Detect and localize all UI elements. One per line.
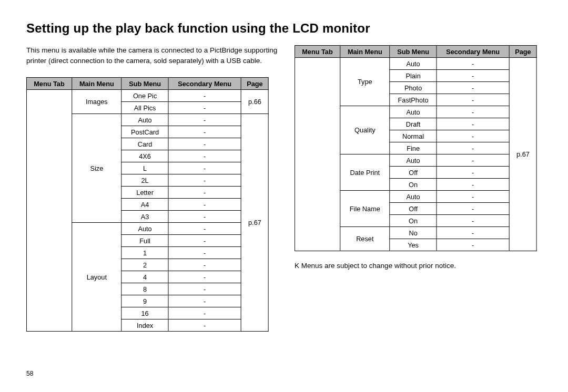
table-row: Type Auto - p.67: [295, 58, 536, 70]
secondary-cell: -: [437, 82, 509, 94]
secondary-cell: -: [437, 215, 509, 227]
sub-menu-cell: 4: [121, 271, 168, 283]
sub-menu-cell: A4: [121, 199, 168, 211]
secondary-cell: -: [168, 247, 241, 259]
sub-menu-cell: 9: [121, 295, 168, 307]
secondary-cell: -: [168, 150, 241, 162]
secondary-cell: -: [437, 191, 509, 203]
th-menu-tab: Menu Tab: [295, 46, 340, 58]
secondary-cell: -: [437, 118, 509, 130]
sub-menu-cell: Index: [121, 319, 168, 332]
main-menu-type: Type: [340, 58, 390, 106]
secondary-cell: -: [168, 319, 241, 332]
secondary-cell: -: [437, 106, 509, 118]
sub-menu-cell: Yes: [390, 239, 437, 251]
sub-menu-cell: Auto: [121, 223, 168, 235]
secondary-cell: -: [168, 162, 241, 174]
secondary-cell: -: [437, 70, 509, 82]
sub-menu-cell: Auto: [390, 106, 437, 118]
th-secondary-menu: Secondary Menu: [168, 78, 241, 90]
main-menu-layout: Layout: [72, 223, 121, 332]
th-main-menu: Main Menu: [72, 78, 121, 90]
page-number: 58: [26, 370, 33, 377]
menu-tab-cell: [295, 58, 340, 251]
sub-menu-cell: Draft: [390, 118, 437, 130]
sub-menu-cell: Full: [121, 235, 168, 247]
footnote-text: Menus are subject to change without prio…: [301, 262, 456, 270]
th-page: Page: [241, 78, 268, 90]
th-page: Page: [509, 46, 536, 58]
secondary-cell: -: [437, 227, 509, 239]
sub-menu-cell: Plain: [390, 70, 437, 82]
secondary-cell: -: [437, 94, 509, 106]
footnote-marker: K: [295, 262, 299, 270]
sub-menu-cell: 2L: [121, 174, 168, 187]
secondary-cell: -: [168, 223, 241, 235]
main-menu-date-print: Date Print: [340, 154, 390, 191]
main-menu-file-name: File Name: [340, 191, 390, 227]
sub-menu-cell: One Pic: [121, 90, 168, 102]
secondary-cell: -: [168, 126, 241, 138]
sub-menu-cell: PostCard: [121, 126, 168, 138]
sub-menu-cell: 8: [121, 283, 168, 295]
sub-menu-cell: Letter: [121, 187, 168, 199]
table-header-row: Menu Tab Main Menu Sub Menu Secondary Me…: [295, 46, 536, 58]
main-menu-reset: Reset: [340, 227, 390, 251]
secondary-cell: -: [168, 199, 241, 211]
sub-menu-cell: FastPhoto: [390, 94, 437, 106]
secondary-cell: -: [168, 174, 241, 187]
sub-menu-cell: Off: [390, 203, 437, 215]
sub-menu-cell: 2: [121, 259, 168, 271]
page-cell: p.66: [241, 90, 268, 114]
sub-menu-cell: 16: [121, 307, 168, 319]
secondary-cell: -: [437, 203, 509, 215]
th-sub-menu: Sub Menu: [390, 46, 437, 58]
table-header-row: Menu Tab Main Menu Sub Menu Secondary Me…: [26, 78, 268, 90]
secondary-cell: -: [168, 235, 241, 247]
main-menu-quality: Quality: [340, 106, 390, 154]
menu-table-left: Menu Tab Main Menu Sub Menu Secondary Me…: [26, 77, 269, 332]
secondary-cell: -: [168, 271, 241, 283]
main-menu-size: Size: [72, 114, 121, 223]
page-cell: p.67: [241, 114, 268, 332]
sub-menu-cell: L: [121, 162, 168, 174]
sub-menu-cell: No: [390, 227, 437, 239]
sub-menu-cell: Off: [390, 167, 437, 179]
sub-menu-cell: A3: [121, 211, 168, 223]
intro-text: This menu is available while the camera …: [26, 45, 279, 66]
table-row: Images One Pic - p.66: [26, 90, 268, 102]
secondary-cell: -: [168, 138, 241, 150]
sub-menu-cell: 4X6: [121, 150, 168, 162]
secondary-cell: -: [168, 187, 241, 199]
sub-menu-cell: 1: [121, 247, 168, 259]
sub-menu-cell: Photo: [390, 82, 437, 94]
sub-menu-cell: All Pics: [121, 102, 168, 114]
secondary-cell: -: [437, 142, 509, 154]
sub-menu-cell: Fine: [390, 142, 437, 154]
sub-menu-cell: Auto: [390, 191, 437, 203]
secondary-cell: -: [168, 211, 241, 223]
sub-menu-cell: On: [390, 215, 437, 227]
secondary-cell: -: [168, 307, 241, 319]
secondary-cell: -: [168, 259, 241, 271]
secondary-cell: -: [437, 239, 509, 251]
secondary-cell: -: [168, 90, 241, 102]
secondary-cell: -: [437, 58, 509, 70]
th-menu-tab: Menu Tab: [26, 78, 72, 90]
menu-tab-cell: [26, 90, 72, 332]
secondary-cell: -: [168, 114, 241, 126]
menu-table-right: Menu Tab Main Menu Sub Menu Secondary Me…: [295, 45, 537, 251]
sub-menu-cell: Auto: [390, 154, 437, 167]
secondary-cell: -: [437, 154, 509, 167]
page-title: Setting up the play back function using …: [26, 21, 542, 36]
footnote: K Menus are subject to change without pr…: [295, 262, 547, 270]
th-secondary-menu: Secondary Menu: [437, 46, 509, 58]
sub-menu-cell: Card: [121, 138, 168, 150]
page-cell: p.67: [509, 58, 536, 251]
main-menu-images: Images: [72, 90, 121, 114]
th-sub-menu: Sub Menu: [121, 78, 168, 90]
secondary-cell: -: [168, 295, 241, 307]
sub-menu-cell: Auto: [390, 58, 437, 70]
sub-menu-cell: Normal: [390, 130, 437, 142]
secondary-cell: -: [437, 130, 509, 142]
